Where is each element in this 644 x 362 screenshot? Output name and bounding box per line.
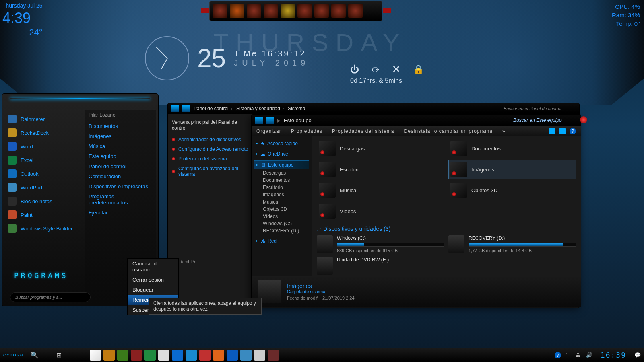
- start-place-item[interactable]: Documentos: [89, 121, 153, 131]
- taskbar-app-paint[interactable]: [240, 350, 252, 361]
- taskbar-app-app2[interactable]: [144, 350, 156, 361]
- network-icon[interactable]: 🖧: [576, 352, 582, 358]
- dock-item[interactable]: [230, 4, 244, 18]
- devices-heading[interactable]: Dispositivos y unidades (3): [317, 226, 576, 232]
- search-icon[interactable]: 🔍: [29, 350, 40, 360]
- dock-item[interactable]: [297, 4, 312, 18]
- tb-sysprops[interactable]: Propiedades del sistema: [332, 128, 394, 134]
- close-icon[interactable]: [580, 116, 587, 123]
- taskbar-app-ccleaner[interactable]: [199, 350, 211, 361]
- taskbar-app-app3[interactable]: [268, 350, 279, 361]
- explorer-search[interactable]: Buscar en Este equipo: [513, 117, 578, 123]
- dock-item[interactable]: [213, 4, 227, 18]
- view-icon[interactable]: [549, 128, 555, 134]
- taskbar-app-explorer[interactable]: [254, 350, 265, 361]
- control-panel-link[interactable]: Configuración avanzada del sistema: [172, 164, 252, 179]
- folder-item[interactable]: Vídeos: [317, 202, 444, 221]
- start-app-excel[interactable]: Excel: [6, 153, 83, 167]
- help-tray-icon[interactable]: ?: [555, 352, 561, 358]
- action-center-icon[interactable]: 💬: [634, 352, 641, 358]
- start-place-item[interactable]: Configuración: [89, 171, 153, 181]
- folder-item[interactable]: Escritorio: [317, 160, 444, 179]
- taskbar-app-app1[interactable]: [131, 350, 142, 361]
- taskbar-app-nvidia[interactable]: [117, 350, 128, 361]
- taskbar-app-mail[interactable]: [158, 350, 169, 361]
- nav-item[interactable]: Escritorio: [254, 184, 309, 191]
- top-dock[interactable]: [209, 1, 382, 21]
- breadcrumb[interactable]: Este equipo: [284, 117, 312, 123]
- nav-item[interactable]: Descargas: [254, 169, 309, 177]
- start-menu-search[interactable]: Buscar programas y a...: [10, 292, 91, 302]
- control-panel-link[interactable]: Administrador de dispositivos: [172, 135, 252, 144]
- taskbar-app-ie[interactable]: [186, 350, 197, 361]
- start-place-item[interactable]: Panel de control: [89, 161, 153, 171]
- nav-item[interactable]: RECOVERY (D:): [254, 227, 309, 234]
- volume-icon[interactable]: 🔊: [586, 352, 592, 358]
- start-app-outlook[interactable]: Outlook: [6, 167, 83, 181]
- start-app-word[interactable]: Word: [6, 140, 83, 153]
- taskbar-app-firefox[interactable]: [213, 350, 224, 361]
- folder-item[interactable]: Música: [317, 181, 444, 200]
- cortana-icon[interactable]: [41, 350, 52, 360]
- dock-item[interactable]: [314, 4, 329, 18]
- dock-item[interactable]: [264, 4, 278, 18]
- folder-item[interactable]: Objetos 3D: [448, 181, 576, 200]
- power-item[interactable]: Cerrar sesión: [128, 275, 178, 285]
- start-app-wordpad[interactable]: WordPad: [6, 181, 83, 194]
- nav-back-icon[interactable]: [255, 117, 263, 124]
- tb-organize[interactable]: Organizar: [256, 128, 281, 134]
- taskbar-clock[interactable]: 16:39: [601, 351, 626, 359]
- breadcrumb[interactable]: Panel de control› Sistema y seguridad› S…: [194, 106, 305, 111]
- start-app-bloc-de-notas[interactable]: Bloc de notas: [6, 194, 83, 208]
- help-icon[interactable]: ?: [570, 128, 576, 134]
- nav-item[interactable]: Imágenes: [254, 191, 309, 198]
- control-panel-addressbar[interactable]: Panel de control› Sistema y seguridad› S…: [168, 103, 579, 114]
- dock-item[interactable]: [247, 4, 261, 18]
- nav-network[interactable]: 🖧 Red: [254, 237, 309, 245]
- folder-item[interactable]: Documentos: [448, 139, 576, 158]
- folder-item[interactable]: Imágenes: [448, 160, 576, 179]
- control-panel-search[interactable]: Buscar en el Panel de control: [504, 106, 576, 111]
- control-panel-link[interactable]: Protección del sistema: [172, 154, 252, 164]
- start-place-item[interactable]: Música: [89, 141, 153, 151]
- tb-more[interactable]: »: [502, 128, 506, 134]
- taskbar-app-edge[interactable]: [172, 350, 183, 361]
- start-place-item[interactable]: Dispositivos e impresoras: [89, 181, 153, 191]
- drive-item[interactable]: RECOVERY (D:)1,77 GB disponibles de 14,8…: [448, 235, 576, 253]
- tb-uninstall[interactable]: Desinstalar o cambiar un programa: [404, 128, 493, 134]
- nav-item[interactable]: Música: [254, 198, 309, 206]
- power-item[interactable]: Bloquear: [128, 285, 178, 295]
- power-item[interactable]: Cambiar de usuario: [128, 259, 178, 275]
- dock-item[interactable]: [281, 4, 295, 18]
- nav-back-icon[interactable]: [171, 105, 179, 112]
- start-place-item[interactable]: Imágenes: [89, 131, 153, 141]
- tb-properties[interactable]: Propiedades: [291, 128, 322, 134]
- tray-chevron-icon[interactable]: ˄: [565, 352, 572, 358]
- nav-this-pc[interactable]: 🖥 Este equipo: [254, 160, 309, 169]
- nav-onedrive[interactable]: ☁ OneDrive: [254, 150, 309, 158]
- drive-dvd[interactable]: Unidad de DVD RW (E:): [317, 257, 576, 275]
- start-place-item[interactable]: Ejecutar...: [89, 208, 153, 218]
- folder-item[interactable]: Descargas: [317, 139, 444, 158]
- taskbar-app-store[interactable]: [90, 350, 101, 361]
- start-place-item[interactable]: Este equipo: [89, 151, 153, 161]
- nav-item[interactable]: Vídeos: [254, 213, 309, 220]
- start-menu-user[interactable]: Pilar Lozano: [89, 112, 153, 121]
- start-app-paint[interactable]: Paint: [6, 208, 83, 222]
- taskview-icon[interactable]: ⊞: [54, 350, 64, 360]
- start-place-item[interactable]: Programas predeterminados: [89, 191, 153, 208]
- nav-item[interactable]: Objetos 3D: [254, 206, 309, 213]
- nav-fwd-icon[interactable]: [182, 105, 190, 112]
- nav-quick-access[interactable]: ★ Acceso rápido: [254, 140, 309, 148]
- nav-fwd-icon[interactable]: [266, 117, 274, 124]
- preview-icon[interactable]: [559, 128, 566, 134]
- start-app-rocketdock[interactable]: RocketDock: [6, 126, 83, 140]
- nav-item[interactable]: Documentos: [254, 177, 309, 184]
- dock-item[interactable]: [331, 4, 346, 18]
- drive-item[interactable]: Windows (C:)689 GB disponibles de 915 GB: [317, 235, 444, 253]
- control-panel-link[interactable]: Configuración de Acceso remoto: [172, 144, 252, 154]
- nav-item[interactable]: Windows (C:): [254, 220, 309, 227]
- taskbar-app-maxthon[interactable]: [227, 350, 238, 361]
- sidebar-heading[interactable]: Ventana principal del Panel de control: [172, 119, 252, 131]
- start-app-windows-style-builder[interactable]: Windows Style Builder: [6, 222, 83, 235]
